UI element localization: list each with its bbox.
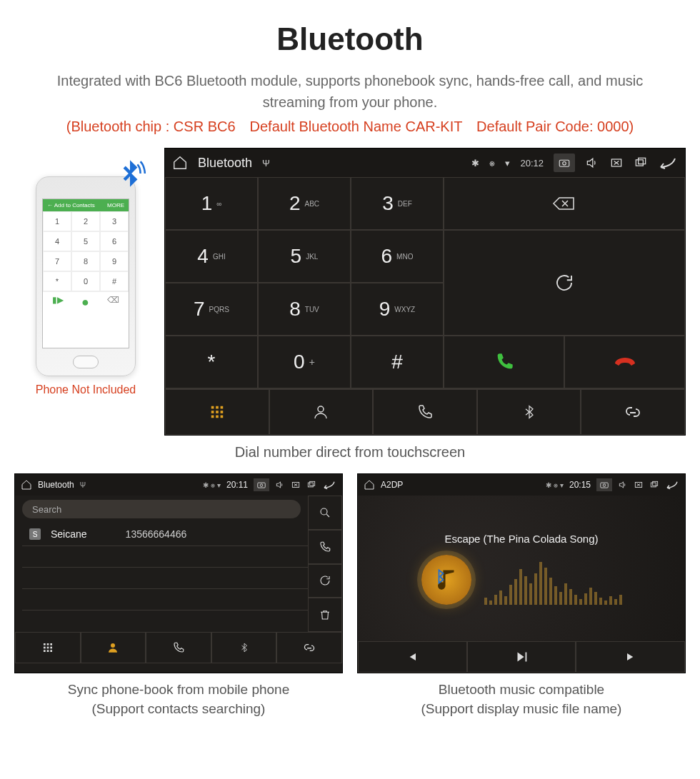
svg-rect-9 bbox=[216, 411, 219, 413]
list-refresh-icon[interactable] bbox=[308, 564, 342, 598]
home-icon[interactable] bbox=[21, 479, 32, 491]
tab-pair[interactable] bbox=[276, 632, 342, 663]
key-redial[interactable] bbox=[444, 230, 685, 336]
recent-apps-icon[interactable] bbox=[649, 480, 659, 490]
usb-icon: Ψ bbox=[262, 158, 270, 169]
key-6[interactable]: 6MNO bbox=[351, 230, 444, 283]
clock-time: 20:12 bbox=[520, 158, 544, 169]
tab-bluetooth[interactable] bbox=[211, 632, 277, 663]
music-controls bbox=[358, 641, 685, 673]
key-star[interactable]: * bbox=[165, 336, 258, 388]
dialer-title: Bluetooth bbox=[198, 156, 252, 171]
recent-apps-icon[interactable] bbox=[634, 156, 648, 170]
back-icon[interactable] bbox=[322, 480, 336, 490]
svg-point-1 bbox=[563, 162, 566, 166]
key-7[interactable]: 7PQRS bbox=[165, 283, 258, 336]
svg-rect-22 bbox=[46, 643, 49, 645]
svg-rect-27 bbox=[44, 650, 46, 652]
tab-contacts[interactable] bbox=[269, 389, 374, 435]
svg-rect-4 bbox=[639, 158, 646, 164]
list-delete-icon[interactable] bbox=[308, 598, 342, 632]
home-icon[interactable] bbox=[364, 479, 375, 491]
tab-contacts[interactable] bbox=[81, 632, 146, 663]
close-icon[interactable] bbox=[634, 480, 644, 490]
contact-badge: S bbox=[29, 528, 41, 540]
bluetooth-icon: ✱ bbox=[471, 158, 479, 169]
key-9[interactable]: 9WXYZ bbox=[351, 283, 444, 336]
svg-rect-25 bbox=[46, 647, 49, 649]
camera-icon[interactable] bbox=[554, 154, 575, 172]
contact-row[interactable]: S Seicane 13566664466 bbox=[22, 523, 308, 546]
call-button[interactable] bbox=[444, 336, 564, 388]
svg-rect-3 bbox=[636, 160, 643, 166]
key-1[interactable]: 1∞ bbox=[165, 177, 258, 230]
search-input[interactable]: Search bbox=[22, 500, 301, 518]
svg-point-16 bbox=[260, 484, 263, 487]
dialer-statusbar: Bluetooth Ψ ✱ ⎈ ▾ 20:12 bbox=[165, 149, 685, 177]
location-icon: ⎈ bbox=[489, 158, 495, 169]
camera-icon[interactable] bbox=[596, 478, 612, 491]
recent-apps-icon[interactable] bbox=[306, 480, 316, 490]
next-button[interactable] bbox=[576, 641, 685, 673]
svg-rect-7 bbox=[220, 406, 223, 409]
svg-rect-0 bbox=[559, 160, 569, 166]
tab-pair[interactable] bbox=[581, 389, 685, 435]
svg-rect-23 bbox=[50, 643, 52, 645]
back-icon[interactable] bbox=[665, 480, 679, 490]
clock-time: 20:11 bbox=[226, 480, 248, 490]
prev-button[interactable] bbox=[358, 641, 467, 673]
dialer-tabs bbox=[165, 389, 685, 435]
key-3[interactable]: 3DEF bbox=[351, 177, 444, 230]
svg-point-30 bbox=[111, 643, 115, 648]
svg-rect-28 bbox=[46, 650, 49, 652]
svg-rect-26 bbox=[50, 647, 52, 649]
svg-point-20 bbox=[321, 508, 327, 515]
phonebook-screenshot: Bluetooth Ψ ✱ ⎈ ▾ 20:11 Search S Seicane bbox=[14, 473, 343, 673]
phone-mockup: ← Add to ContactsMORE 123 456 789 *0# ▮▶… bbox=[36, 176, 136, 376]
volume-icon[interactable] bbox=[275, 480, 285, 490]
list-call-icon[interactable] bbox=[308, 530, 342, 564]
dialer-screenshot: Bluetooth Ψ ✱ ⎈ ▾ 20:12 1∞ 2ABC 3DEF 4GH… bbox=[164, 148, 686, 436]
dial-grid: 1∞ 2ABC 3DEF 4GHI 5JKL 6MNO 7PQRS 8TUV 9… bbox=[165, 177, 685, 389]
tab-recent[interactable] bbox=[373, 389, 477, 435]
tab-bluetooth[interactable] bbox=[477, 389, 581, 435]
key-4[interactable]: 4GHI bbox=[165, 230, 258, 283]
list-search-icon[interactable] bbox=[308, 496, 342, 530]
svg-point-14 bbox=[318, 406, 324, 412]
play-pause-button[interactable] bbox=[467, 641, 576, 673]
volume-icon[interactable] bbox=[585, 156, 599, 170]
album-art-icon bbox=[421, 555, 471, 605]
music-statusbar: A2DP ✱ ⎈ ▾ 20:15 bbox=[358, 474, 685, 496]
close-icon[interactable] bbox=[609, 156, 624, 170]
svg-rect-13 bbox=[220, 416, 223, 418]
svg-rect-12 bbox=[216, 416, 219, 418]
key-backspace[interactable] bbox=[444, 177, 685, 230]
tab-dialpad[interactable] bbox=[15, 632, 81, 663]
key-0[interactable]: 0+ bbox=[258, 336, 351, 388]
music-caption: Bluetooth music compatible (Support disp… bbox=[357, 673, 686, 718]
volume-icon[interactable] bbox=[618, 480, 628, 490]
key-hash[interactable]: # bbox=[351, 336, 444, 388]
bluetooth-signal-icon bbox=[112, 157, 148, 193]
tab-dialpad[interactable] bbox=[165, 389, 269, 435]
close-icon[interactable] bbox=[291, 480, 301, 490]
svg-rect-10 bbox=[220, 411, 223, 413]
back-icon[interactable] bbox=[658, 156, 678, 170]
phonebook-caption: Sync phone-book from mobile phone (Suppo… bbox=[14, 673, 343, 718]
phone-mock-column: ← Add to ContactsMORE 123 456 789 *0# ▮▶… bbox=[14, 148, 157, 396]
key-2[interactable]: 2ABC bbox=[258, 177, 351, 230]
phonebook-statusbar: Bluetooth Ψ ✱ ⎈ ▾ 20:11 bbox=[15, 474, 342, 496]
hangup-button[interactable] bbox=[564, 336, 685, 388]
wifi-icon: ▾ bbox=[505, 158, 510, 169]
usb-icon: Ψ bbox=[80, 481, 86, 489]
phonebook-tabs bbox=[15, 632, 342, 663]
svg-rect-5 bbox=[211, 406, 214, 409]
svg-rect-35 bbox=[653, 481, 658, 486]
tab-recent[interactable] bbox=[146, 632, 211, 663]
camera-icon[interactable] bbox=[254, 478, 269, 491]
home-icon[interactable] bbox=[172, 155, 188, 171]
visualizer bbox=[484, 555, 622, 605]
key-5[interactable]: 5JKL bbox=[258, 230, 351, 283]
svg-rect-15 bbox=[258, 483, 266, 488]
key-8[interactable]: 8TUV bbox=[258, 283, 351, 336]
